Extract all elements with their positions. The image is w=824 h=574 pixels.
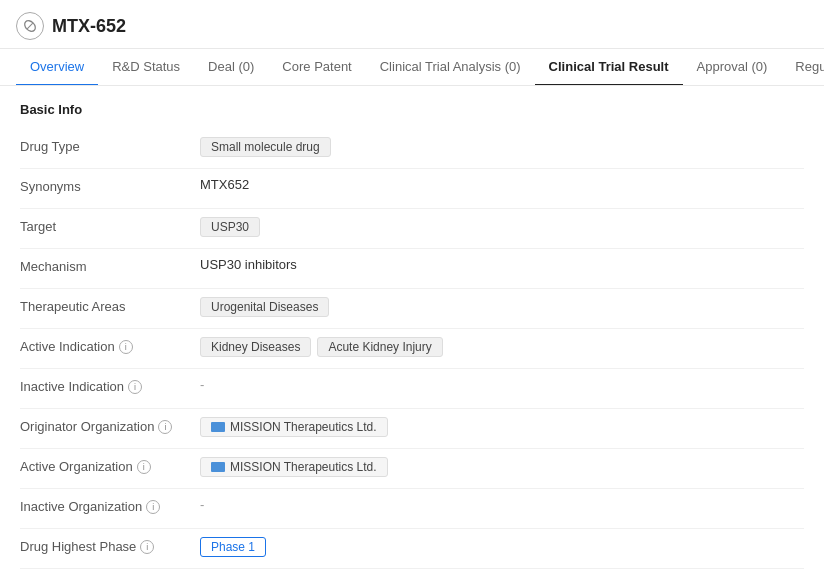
tag-phase1: Phase 1: [200, 537, 266, 557]
label-inactive-indication: Inactive Indication i: [20, 377, 200, 394]
row-inactive-indication: Inactive Indication i -: [20, 369, 804, 409]
page-header: MTX-652: [0, 0, 824, 49]
row-first-approval-date: First Approval Date -: [20, 569, 804, 574]
row-drug-highest-phase: Drug Highest Phase i Phase 1: [20, 529, 804, 569]
label-therapeutic-areas: Therapeutic Areas: [20, 297, 200, 314]
drug-name: MTX-652: [52, 16, 126, 37]
org-logo-icon-2: [211, 462, 225, 472]
org-tag-mission-active[interactable]: MISSION Therapeutics Ltd.: [200, 457, 388, 477]
label-originator-organization: Originator Organization i: [20, 417, 200, 434]
value-drug-highest-phase: Phase 1: [200, 537, 804, 557]
tag-small-molecule: Small molecule drug: [200, 137, 331, 157]
info-icon-active-indication[interactable]: i: [119, 340, 133, 354]
info-icon-originator-org[interactable]: i: [158, 420, 172, 434]
row-originator-organization: Originator Organization i MISSION Therap…: [20, 409, 804, 449]
label-drug-type: Drug Type: [20, 137, 200, 154]
label-mechanism: Mechanism: [20, 257, 200, 274]
tag-kidney-diseases: Kidney Diseases: [200, 337, 311, 357]
row-active-indication: Active Indication i Kidney Diseases Acut…: [20, 329, 804, 369]
tag-urogenital: Urogenital Diseases: [200, 297, 329, 317]
value-mechanism: USP30 inhibitors: [200, 257, 804, 272]
tab-rd-status[interactable]: R&D Status: [98, 49, 194, 86]
row-active-organization: Active Organization i MISSION Therapeuti…: [20, 449, 804, 489]
value-inactive-indication: -: [200, 377, 804, 392]
label-active-organization: Active Organization i: [20, 457, 200, 474]
label-synonyms: Synonyms: [20, 177, 200, 194]
value-originator-organization: MISSION Therapeutics Ltd.: [200, 417, 804, 437]
row-mechanism: Mechanism USP30 inhibitors: [20, 249, 804, 289]
row-inactive-organization: Inactive Organization i -: [20, 489, 804, 529]
info-icon-active-org[interactable]: i: [137, 460, 151, 474]
tab-clinical-trial-analysis[interactable]: Clinical Trial Analysis (0): [366, 49, 535, 86]
row-therapeutic-areas: Therapeutic Areas Urogenital Diseases: [20, 289, 804, 329]
value-synonyms: MTX652: [200, 177, 804, 192]
tab-deal[interactable]: Deal (0): [194, 49, 268, 86]
org-logo-icon: [211, 422, 225, 432]
label-drug-highest-phase: Drug Highest Phase i: [20, 537, 200, 554]
value-inactive-organization: -: [200, 497, 804, 512]
row-synonyms: Synonyms MTX652: [20, 169, 804, 209]
label-inactive-organization: Inactive Organization i: [20, 497, 200, 514]
tag-acute-kidney-injury: Acute Kidney Injury: [317, 337, 442, 357]
svg-line-1: [27, 23, 33, 29]
tab-clinical-trial-result[interactable]: Clinical Trial Result: [535, 49, 683, 86]
label-active-indication: Active Indication i: [20, 337, 200, 354]
value-therapeutic-areas: Urogenital Diseases: [200, 297, 804, 317]
tab-overview[interactable]: Overview: [16, 49, 98, 86]
label-target: Target: [20, 217, 200, 234]
value-active-indication: Kidney Diseases Acute Kidney Injury: [200, 337, 804, 357]
row-target: Target USP30: [20, 209, 804, 249]
drug-icon: [16, 12, 44, 40]
nav-tabs: Overview R&D Status Deal (0) Core Patent…: [0, 49, 824, 86]
main-content: Basic Info Drug Type Small molecule drug…: [0, 86, 824, 574]
value-active-organization: MISSION Therapeutics Ltd.: [200, 457, 804, 477]
info-icon-inactive-indication[interactable]: i: [128, 380, 142, 394]
row-drug-type: Drug Type Small molecule drug: [20, 129, 804, 169]
value-target: USP30: [200, 217, 804, 237]
value-drug-type: Small molecule drug: [200, 137, 804, 157]
info-icon-drug-phase[interactable]: i: [140, 540, 154, 554]
tab-core-patent[interactable]: Core Patent: [268, 49, 365, 86]
tab-regulation[interactable]: Regulation (0): [781, 49, 824, 86]
tab-approval[interactable]: Approval (0): [683, 49, 782, 86]
tag-usp30[interactable]: USP30: [200, 217, 260, 237]
info-icon-inactive-org[interactable]: i: [146, 500, 160, 514]
section-title-basic-info: Basic Info: [20, 102, 804, 117]
org-tag-mission-originator[interactable]: MISSION Therapeutics Ltd.: [200, 417, 388, 437]
